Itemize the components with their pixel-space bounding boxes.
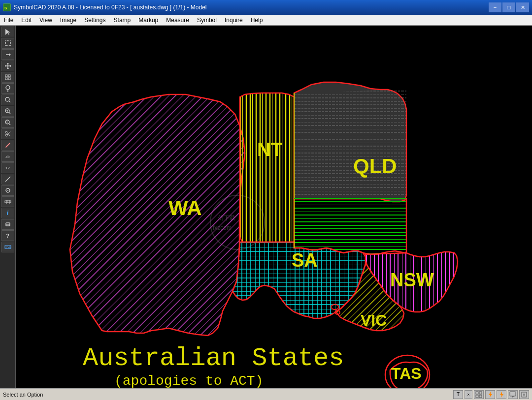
svg-rect-81: [479, 395, 482, 398]
status-T[interactable]: T: [453, 390, 463, 399]
tool-zoom-in[interactable]: [1, 106, 14, 117]
tool-text[interactable]: ab: [1, 151, 14, 162]
svg-marker-2: [5, 29, 10, 35]
svg-rect-88: [523, 394, 525, 396]
menu-measure[interactable]: Measure: [162, 15, 193, 25]
tool-zoom-out[interactable]: [1, 117, 14, 128]
map-svg: 仿下载 fxzcom: [16, 26, 532, 388]
status-text: Select an Option: [3, 392, 453, 398]
svg-marker-8: [5, 65, 6, 67]
left-toolbar: ab 12 i ? SYM: [0, 26, 16, 388]
tool-cursor[interactable]: [1, 27, 14, 37]
tool-select-rect[interactable]: [1, 38, 14, 49]
svg-marker-9: [9, 65, 11, 67]
canvas-area[interactable]: 仿下载 fxzcom: [16, 26, 532, 388]
tool-pin[interactable]: [1, 83, 14, 94]
svg-point-28: [5, 134, 7, 136]
tool-number[interactable]: 12: [1, 162, 14, 173]
svg-rect-80: [476, 395, 478, 398]
status-box[interactable]: [519, 390, 529, 399]
svg-rect-15: [8, 78, 10, 80]
tool-info[interactable]: i: [1, 208, 14, 218]
svg-marker-11: [7, 67, 9, 69]
svg-marker-68: [294, 90, 406, 199]
title-bar: S SymbolCAD 2020 A.08 - Licensed to 0F23…: [0, 0, 532, 15]
subtitle-text: (apologies to ACT): [114, 373, 263, 388]
title-left: S SymbolCAD 2020 A.08 - Licensed to 0F23…: [3, 3, 207, 11]
svg-marker-10: [7, 63, 9, 64]
svg-marker-5: [9, 53, 11, 56]
tool-measure[interactable]: [1, 196, 14, 207]
menu-file[interactable]: File: [0, 15, 17, 25]
menu-settings[interactable]: Settings: [80, 15, 109, 25]
tool-zoom[interactable]: [1, 94, 14, 105]
menu-help[interactable]: Help: [247, 15, 267, 25]
label-nt: NT: [257, 139, 282, 160]
title-text: SymbolCAD 2020 A.08 - Licensed to 0F23 -…: [14, 4, 207, 11]
menu-edit[interactable]: Edit: [17, 15, 35, 25]
svg-rect-14: [5, 78, 7, 80]
minimize-button[interactable]: −: [489, 2, 501, 12]
svg-text:SYM: SYM: [5, 246, 11, 249]
status-monitor[interactable]: [508, 390, 518, 399]
svg-marker-83: [500, 392, 503, 398]
title-text: Australian States: [83, 344, 344, 373]
svg-marker-69: [294, 199, 406, 254]
svg-marker-66: [240, 93, 294, 242]
tool-arrow[interactable]: [1, 49, 14, 60]
tool-help[interactable]: ?: [1, 230, 14, 241]
status-x-button[interactable]: ×: [465, 390, 472, 399]
tool-circle[interactable]: [1, 185, 14, 196]
svg-line-19: [9, 101, 10, 102]
svg-line-21: [9, 112, 10, 114]
svg-point-35: [7, 190, 8, 191]
menu-inquire[interactable]: Inquire: [221, 15, 247, 25]
label-sa: SA: [292, 250, 318, 271]
menu-markup[interactable]: Markup: [134, 15, 162, 25]
svg-line-31: [6, 143, 10, 147]
svg-line-33: [5, 177, 10, 182]
tool-line[interactable]: [1, 174, 14, 185]
tool-scissors[interactable]: [1, 128, 14, 139]
svg-point-27: [5, 131, 7, 133]
main-area: ab 12 i ? SYM 仿下载 fxzcom: [0, 26, 532, 388]
status-lightning2[interactable]: [497, 390, 506, 399]
svg-rect-78: [476, 392, 478, 394]
label-tas: TAS: [391, 365, 422, 382]
tool-pencil[interactable]: [1, 140, 14, 151]
label-nsw: NSW: [390, 270, 434, 290]
menu-view[interactable]: View: [35, 15, 56, 25]
svg-point-18: [5, 97, 9, 101]
svg-rect-79: [479, 392, 482, 394]
app-icon: S: [3, 3, 11, 11]
svg-rect-12: [5, 75, 7, 77]
menu-bar: File Edit View Image Settings Stamp Mark…: [0, 15, 532, 26]
menu-stamp[interactable]: Stamp: [110, 15, 135, 25]
tool-erase[interactable]: [1, 219, 14, 230]
tool-pan[interactable]: [1, 61, 14, 71]
maximize-button[interactable]: □: [502, 2, 515, 12]
status-right: T ×: [453, 390, 529, 399]
tool-grid[interactable]: [1, 72, 14, 83]
close-button[interactable]: ✕: [516, 2, 529, 12]
menu-symbol[interactable]: Symbol: [193, 15, 221, 25]
svg-rect-3: [5, 41, 10, 46]
tool-special[interactable]: SYM: [1, 242, 14, 252]
svg-point-16: [6, 86, 10, 90]
status-bar: Select an Option T ×: [0, 388, 532, 400]
svg-line-25: [9, 123, 10, 125]
label-qld: QLD: [353, 154, 397, 178]
svg-rect-84: [510, 392, 516, 396]
menu-image[interactable]: Image: [56, 15, 80, 25]
svg-rect-13: [8, 75, 10, 77]
svg-marker-82: [489, 392, 492, 398]
svg-text:S: S: [4, 6, 7, 10]
status-grid[interactable]: [474, 390, 484, 399]
label-wa: WA: [168, 196, 202, 219]
label-vic: VIC: [361, 311, 387, 329]
title-buttons: − □ ✕: [489, 2, 529, 12]
status-lightning1[interactable]: [485, 390, 495, 399]
